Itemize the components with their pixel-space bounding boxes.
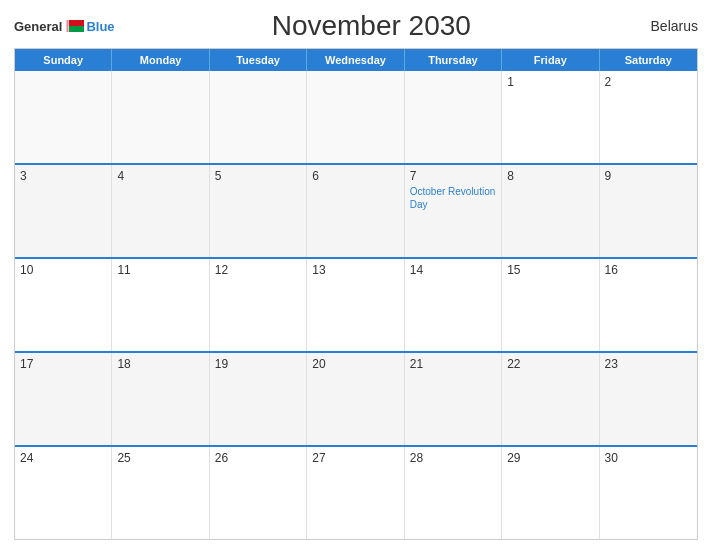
day-number: 20: [312, 357, 398, 371]
day-number: 2: [605, 75, 692, 89]
day-header-friday: Friday: [502, 49, 599, 71]
day-number: 26: [215, 451, 301, 465]
day-number: 9: [605, 169, 692, 183]
day-number: 28: [410, 451, 496, 465]
day-number: 23: [605, 357, 692, 371]
week-row-2: 10111213141516: [15, 257, 697, 351]
day-cell: 27: [307, 447, 404, 539]
logo-flag-icon: [66, 20, 84, 32]
day-cell: 6: [307, 165, 404, 257]
day-cell: [15, 71, 112, 163]
day-number: 24: [20, 451, 106, 465]
day-cell: 21: [405, 353, 502, 445]
header: General Blue November 2030 Belarus: [14, 10, 698, 42]
day-number: 7: [410, 169, 496, 183]
logo-blue-text: Blue: [86, 19, 114, 34]
day-number: 6: [312, 169, 398, 183]
day-cell: [112, 71, 209, 163]
day-header-saturday: Saturday: [600, 49, 697, 71]
day-cell: 26: [210, 447, 307, 539]
day-cell: 7October Revolution Day: [405, 165, 502, 257]
day-number: 19: [215, 357, 301, 371]
day-number: 8: [507, 169, 593, 183]
day-number: 4: [117, 169, 203, 183]
day-number: 15: [507, 263, 593, 277]
day-cell: [210, 71, 307, 163]
day-cell: 25: [112, 447, 209, 539]
day-cell: 18: [112, 353, 209, 445]
day-cell: 16: [600, 259, 697, 351]
day-number: 5: [215, 169, 301, 183]
day-cell: 2: [600, 71, 697, 163]
page: General Blue November 2030 Belarus Sunda…: [0, 0, 712, 550]
week-row-3: 17181920212223: [15, 351, 697, 445]
logo-general-text: General: [14, 19, 62, 34]
day-number: 22: [507, 357, 593, 371]
day-number: 1: [507, 75, 593, 89]
day-number: 21: [410, 357, 496, 371]
day-cell: 9: [600, 165, 697, 257]
weeks-container: 1234567October Revolution Day89101112131…: [15, 71, 697, 539]
day-number: 30: [605, 451, 692, 465]
day-cell: 3: [15, 165, 112, 257]
day-cell: 19: [210, 353, 307, 445]
calendar-title: November 2030: [115, 10, 628, 42]
calendar: SundayMondayTuesdayWednesdayThursdayFrid…: [14, 48, 698, 540]
day-number: 16: [605, 263, 692, 277]
day-cell: 12: [210, 259, 307, 351]
week-row-1: 34567October Revolution Day89: [15, 163, 697, 257]
day-number: 11: [117, 263, 203, 277]
day-number: 29: [507, 451, 593, 465]
day-number: 13: [312, 263, 398, 277]
day-cell: 22: [502, 353, 599, 445]
logo: General Blue: [14, 19, 115, 34]
day-cell: 10: [15, 259, 112, 351]
day-cell: 11: [112, 259, 209, 351]
day-cell: 4: [112, 165, 209, 257]
day-number: 12: [215, 263, 301, 277]
day-number: 18: [117, 357, 203, 371]
day-cell: 23: [600, 353, 697, 445]
country-label: Belarus: [628, 18, 698, 34]
day-header-tuesday: Tuesday: [210, 49, 307, 71]
day-header-wednesday: Wednesday: [307, 49, 404, 71]
week-row-4: 24252627282930: [15, 445, 697, 539]
day-header-thursday: Thursday: [405, 49, 502, 71]
day-cell: 14: [405, 259, 502, 351]
day-cell: 24: [15, 447, 112, 539]
day-header-sunday: Sunday: [15, 49, 112, 71]
day-cell: 8: [502, 165, 599, 257]
day-cell: 28: [405, 447, 502, 539]
day-number: 25: [117, 451, 203, 465]
day-number: 3: [20, 169, 106, 183]
day-number: 14: [410, 263, 496, 277]
day-cell: 15: [502, 259, 599, 351]
day-headers-row: SundayMondayTuesdayWednesdayThursdayFrid…: [15, 49, 697, 71]
day-header-monday: Monday: [112, 49, 209, 71]
day-cell: [405, 71, 502, 163]
day-number: 27: [312, 451, 398, 465]
day-cell: 17: [15, 353, 112, 445]
day-number: 10: [20, 263, 106, 277]
day-cell: 5: [210, 165, 307, 257]
day-cell: [307, 71, 404, 163]
day-cell: 29: [502, 447, 599, 539]
svg-rect-3: [67, 20, 69, 32]
holiday-name: October Revolution Day: [410, 185, 496, 211]
day-cell: 1: [502, 71, 599, 163]
day-number: 17: [20, 357, 106, 371]
day-cell: 30: [600, 447, 697, 539]
day-cell: 13: [307, 259, 404, 351]
day-cell: 20: [307, 353, 404, 445]
week-row-0: 12: [15, 71, 697, 163]
